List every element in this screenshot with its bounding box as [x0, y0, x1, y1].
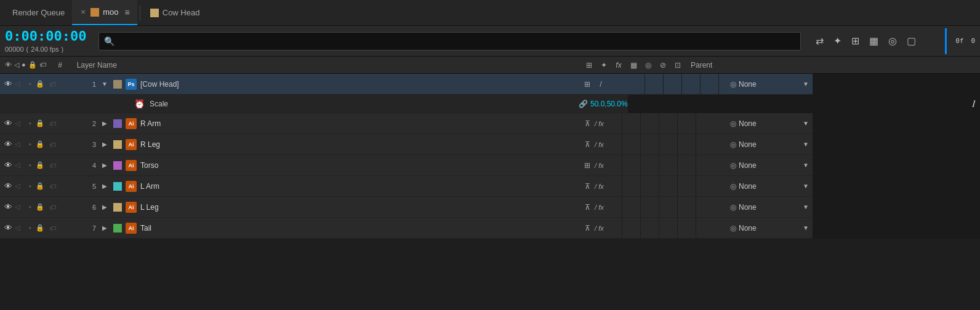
layer-5-anchor-icon[interactable]: ⊼	[581, 182, 593, 191]
search-input[interactable]	[118, 37, 795, 46]
layer-7-eye[interactable]: 👁	[2, 223, 14, 232]
layer-5-expand[interactable]: ▶	[100, 183, 110, 189]
layer-7-parent[interactable]: ◎ None ▼	[726, 224, 813, 232]
layer-1-dropdown-arrow[interactable]: ▼	[803, 81, 809, 87]
layer-5-lock[interactable]: 🔒	[36, 182, 44, 190]
layer-4-dropdown-arrow[interactable]: ▼	[803, 162, 809, 169]
toolbar-icon-region[interactable]: ▢	[904, 34, 918, 48]
layer-1-name[interactable]: [Cow Head]	[140, 80, 579, 89]
col-icon-box[interactable]: ⊡	[671, 61, 685, 70]
layer-4-expand[interactable]: ▶	[100, 162, 110, 169]
layer-6-expand[interactable]: ▶	[100, 204, 110, 210]
layer-4-anchor-icon[interactable]: ⊞	[581, 161, 593, 170]
layer-3-eye[interactable]: 👁	[2, 140, 14, 149]
layer-row-3[interactable]: 👁 ◁ ● 🔒 🏷 3 ▶ Ai R Leg ⊼ / fx	[0, 134, 980, 155]
layer-2-name[interactable]: R Arm	[140, 119, 579, 128]
layer-7-dropdown-arrow[interactable]: ▼	[803, 225, 809, 231]
layer-6-eye[interactable]: 👁	[2, 202, 14, 212]
layer-row-1[interactable]: 👁 ◁ ● 🔒 🏷 1 ▼ Ps [Cow Head] ⊞ /	[0, 74, 980, 95]
layer-6-lock[interactable]: 🔒	[36, 203, 44, 211]
layer-6-parent[interactable]: ◎ None ▼	[726, 203, 813, 212]
layer-6-tag[interactable]: 🏷	[46, 204, 59, 211]
layer-7-tag[interactable]: 🏷	[46, 225, 59, 232]
layer-5-tag[interactable]: 🏷	[46, 183, 59, 190]
layer-2-lock[interactable]: 🔒	[36, 119, 44, 127]
layer-row-4[interactable]: 👁 ◁ ● 🔒 🏷 4 ▶ Ai Torso ⊞ / fx	[0, 155, 980, 176]
tab-cow-head[interactable]: Cow Head	[143, 0, 207, 25]
timecode-display[interactable]: 0:00:00:00	[5, 28, 91, 44]
layer-3-parent[interactable]: ◎ None ▼	[726, 140, 813, 149]
layer-4-tag[interactable]: 🏷	[46, 162, 59, 169]
layer-row-5[interactable]: 👁 ◁ ● 🔒 🏷 5 ▶ Ai L Arm ⊼ / fx	[0, 176, 980, 197]
layer-3-audio[interactable]: ◁	[15, 140, 25, 148]
layer-1-expand[interactable]: ▼	[100, 81, 110, 87]
layer-2-audio[interactable]: ◁	[15, 119, 25, 127]
layer-row-2[interactable]: 👁 ◁ ● 🔒 🏷 2 ▶ Ai R Arm ⊼ / fx	[0, 113, 980, 134]
col-icon-fx[interactable]: fx	[612, 61, 625, 70]
col-audio-icon[interactable]: ◁	[14, 61, 19, 69]
layer-1-anchor-icon[interactable]: ⊞	[581, 80, 593, 89]
layer-5-eye[interactable]: 👁	[2, 181, 14, 191]
layer-3-tag[interactable]: 🏷	[46, 141, 59, 148]
toolbar-icon-globe[interactable]: ◎	[886, 34, 899, 48]
layer-4-audio[interactable]: ◁	[15, 161, 25, 169]
toolbar-icon-film[interactable]: ▦	[867, 34, 881, 48]
layer-7-name[interactable]: Tail	[140, 224, 579, 232]
layer-4-parent[interactable]: ◎ None ▼	[726, 161, 813, 170]
toolbar-icon-snap[interactable]: ⇄	[813, 34, 826, 48]
col-icon-film[interactable]: ▦	[627, 61, 640, 70]
layer-1-parent[interactable]: ◎ None ▼	[726, 80, 813, 89]
layer-6-dropdown-arrow[interactable]: ▼	[803, 204, 809, 210]
col-icon-half[interactable]: ⊘	[656, 61, 670, 70]
layer-2-eye[interactable]: 👁	[2, 119, 14, 128]
layer-7-anchor-icon[interactable]: ⊼	[581, 224, 593, 232]
toolbar-icon-grid[interactable]: ⊞	[849, 34, 862, 48]
layer-5-audio[interactable]: ◁	[15, 182, 25, 190]
scale-clock-icon[interactable]: ⏰	[134, 99, 145, 109]
layer-6-slash-fx[interactable]: / fx	[595, 204, 604, 211]
tab-moo-close[interactable]: ✕	[79, 9, 87, 15]
tab-moo[interactable]: ✕ moo ≡	[72, 0, 137, 25]
search-box[interactable]: 🔍	[98, 32, 801, 50]
layer-3-lock[interactable]: 🔒	[36, 140, 44, 148]
layer-4-lock[interactable]: 🔒	[36, 161, 44, 169]
layer-2-dropdown-arrow[interactable]: ▼	[803, 120, 809, 127]
col-eye-icon[interactable]: 👁	[5, 61, 12, 69]
layer-2-anchor-icon[interactable]: ⊼	[581, 119, 593, 128]
layer-3-slash-fx[interactable]: / fx	[595, 141, 604, 148]
layer-5-parent[interactable]: ◎ None ▼	[726, 182, 813, 191]
layer-5-dropdown-arrow[interactable]: ▼	[803, 183, 809, 189]
tab-moo-menu[interactable]: ≡	[125, 7, 130, 17]
col-tag-icon[interactable]: 🏷	[39, 61, 46, 69]
layer-row-6[interactable]: 👁 ◁ ● 🔒 🏷 6 ▶ Ai L Leg ⊼ / fx	[0, 197, 980, 218]
layer-3-dropdown-arrow[interactable]: ▼	[803, 141, 809, 148]
tab-render-queue[interactable]: Render Queue	[5, 0, 72, 25]
layer-2-parent[interactable]: ◎ None ▼	[726, 119, 813, 128]
col-dot-icon[interactable]: ●	[22, 61, 26, 69]
scale-link-icon[interactable]: 🔗	[579, 100, 588, 108]
scale-value[interactable]: 50.0,50.0%	[590, 100, 628, 108]
col-icon-anchor[interactable]: ⊞	[582, 61, 596, 70]
layer-1-pen-icon[interactable]: /	[595, 80, 607, 89]
layer-6-audio[interactable]: ◁	[15, 203, 25, 211]
layer-6-anchor-icon[interactable]: ⊼	[581, 203, 593, 212]
layer-1-eye[interactable]: 👁	[2, 79, 14, 89]
layer-4-name[interactable]: Torso	[140, 161, 579, 170]
layer-2-tag[interactable]: 🏷	[46, 120, 59, 127]
layer-5-name[interactable]: L Arm	[140, 182, 579, 191]
layer-6-name[interactable]: L Leg	[140, 203, 579, 212]
toolbar-icon-star[interactable]: ✦	[831, 34, 844, 48]
layer-3-expand[interactable]: ▶	[100, 141, 110, 148]
layer-2-expand[interactable]: ▶	[100, 120, 110, 127]
layer-1-audio[interactable]: ◁	[15, 80, 25, 88]
layer-row-7[interactable]: 👁 ◁ ● 🔒 🏷 7 ▶ Ai Tail ⊼ / fx	[0, 218, 980, 239]
layer-5-slash-fx[interactable]: / fx	[595, 183, 604, 190]
layer-4-slash-fx[interactable]: / fx	[595, 162, 604, 169]
col-lock-icon[interactable]: 🔒	[28, 61, 37, 69]
layer-1-lock[interactable]: 🔒	[36, 80, 44, 88]
col-icon-circle[interactable]: ◎	[641, 61, 655, 70]
layer-4-eye[interactable]: 👁	[2, 161, 14, 170]
layer-7-audio[interactable]: ◁	[15, 224, 25, 232]
layer-2-slash-fx[interactable]: / fx	[595, 120, 604, 127]
layer-3-name[interactable]: R Leg	[140, 140, 579, 149]
